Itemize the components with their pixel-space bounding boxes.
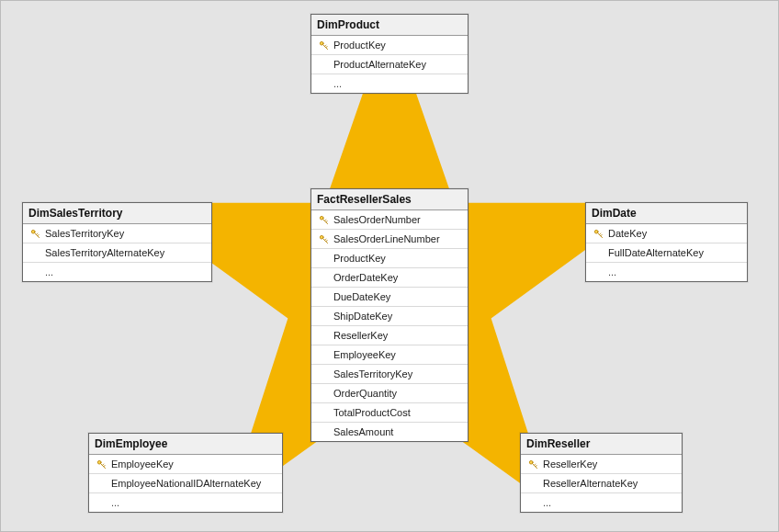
table-dimsalesterritory[interactable]: DimSalesTerritory SalesTerritoryKeySales… xyxy=(22,202,212,282)
primary-key-icon xyxy=(317,40,330,51)
column-row[interactable]: OrderQuantity xyxy=(311,384,468,403)
column-row[interactable]: ... xyxy=(586,263,747,281)
column-row[interactable]: FullDateAlternateKey xyxy=(586,243,747,263)
column-row[interactable]: DateKey xyxy=(586,224,747,243)
column-label: EmployeeKey xyxy=(111,458,174,470)
primary-key-icon xyxy=(28,229,41,239)
column-label: ... xyxy=(608,266,616,277)
column-label: ShipDateKey xyxy=(333,311,392,322)
column-row[interactable]: EmployeeKey xyxy=(311,345,468,365)
table-factresellersales[interactable]: FactResellerSales SalesOrderNumber Sales… xyxy=(310,188,469,442)
column-label: ResellerKey xyxy=(333,330,388,341)
column-label: EmployeeKey xyxy=(333,349,396,360)
primary-key-icon xyxy=(592,229,604,239)
column-label: OrderQuantity xyxy=(333,388,397,399)
column-row[interactable]: SalesTerritoryAlternateKey xyxy=(23,243,211,263)
table-header[interactable]: FactResellerSales xyxy=(311,189,468,210)
table-dimemployee[interactable]: DimEmployee EmployeeKeyEmployeeNationalI… xyxy=(88,433,283,513)
table-dimdate[interactable]: DimDate DateKeyFullDateAlternateKey... xyxy=(585,202,748,282)
column-label: ResellerAlternateKey xyxy=(543,478,638,489)
column-label: EmployeeNationalIDAlternateKey xyxy=(111,478,261,489)
column-row[interactable]: SalesAmount xyxy=(311,423,468,441)
column-row[interactable]: EmployeeNationalIDAlternateKey xyxy=(89,474,282,493)
column-row[interactable]: ResellerKey xyxy=(311,326,468,345)
primary-key-icon xyxy=(317,234,330,244)
column-label: ProductKey xyxy=(333,253,386,264)
column-label: ... xyxy=(333,78,342,89)
table-rows: EmployeeKeyEmployeeNationalIDAlternateKe… xyxy=(89,455,282,512)
table-header[interactable]: DimReseller xyxy=(521,434,682,455)
column-label: SalesOrderNumber xyxy=(333,214,421,225)
column-row[interactable]: ... xyxy=(23,263,211,281)
column-row[interactable]: ProductKey xyxy=(311,36,468,55)
column-label: ProductKey xyxy=(333,40,386,51)
table-header[interactable]: DimEmployee xyxy=(89,434,282,455)
column-label: SalesTerritoryAlternateKey xyxy=(45,247,164,258)
column-label: ProductAlternateKey xyxy=(333,59,426,70)
column-label: SalesTerritoryKey xyxy=(45,228,124,239)
table-header[interactable]: DimSalesTerritory xyxy=(23,203,211,224)
column-row[interactable]: ResellerAlternateKey xyxy=(521,474,682,493)
table-header[interactable]: DimDate xyxy=(586,203,747,224)
primary-key-icon xyxy=(526,459,539,470)
primary-key-icon xyxy=(95,459,107,470)
diagram-stage: DimProduct ProductKeyProductAlternateKey… xyxy=(0,0,779,532)
column-label: SalesOrderLineNumber xyxy=(333,233,440,244)
column-row[interactable]: ... xyxy=(311,74,468,93)
column-row[interactable]: ShipDateKey xyxy=(311,307,468,326)
column-row[interactable]: TotalProductCost xyxy=(311,403,468,423)
table-rows: SalesTerritoryKeySalesTerritoryAlternate… xyxy=(23,224,211,281)
column-row[interactable]: ProductKey xyxy=(311,249,468,268)
column-row[interactable]: SalesTerritoryKey xyxy=(311,365,468,384)
table-dimreseller[interactable]: DimReseller ResellerKeyResellerAlternate… xyxy=(520,433,683,513)
primary-key-icon xyxy=(317,215,330,225)
column-row[interactable]: ProductAlternateKey xyxy=(311,55,468,74)
table-rows: DateKeyFullDateAlternateKey... xyxy=(586,224,747,281)
column-label: ... xyxy=(543,497,551,508)
column-row[interactable]: DueDateKey xyxy=(311,288,468,307)
column-row[interactable]: ResellerKey xyxy=(521,455,682,474)
table-header[interactable]: DimProduct xyxy=(311,15,468,36)
column-row[interactable]: SalesTerritoryKey xyxy=(23,224,211,243)
column-label: SalesAmount xyxy=(333,426,393,437)
column-row[interactable]: SalesOrderNumber xyxy=(311,210,468,230)
column-row[interactable]: ... xyxy=(521,493,682,512)
column-label: DueDateKey xyxy=(333,291,390,302)
column-label: FullDateAlternateKey xyxy=(608,247,704,258)
column-label: ... xyxy=(111,497,119,508)
column-label: OrderDateKey xyxy=(333,272,398,283)
column-row[interactable]: ... xyxy=(89,493,282,512)
column-label: SalesTerritoryKey xyxy=(333,368,412,379)
column-label: TotalProductCost xyxy=(333,407,411,418)
column-row[interactable]: SalesOrderLineNumber xyxy=(311,230,468,249)
column-label: ... xyxy=(45,266,53,277)
table-rows: ResellerKeyResellerAlternateKey... xyxy=(521,455,682,512)
column-label: DateKey xyxy=(608,228,647,239)
table-rows: ProductKeyProductAlternateKey... xyxy=(311,36,468,93)
column-label: ResellerKey xyxy=(543,458,597,470)
table-rows: SalesOrderNumber SalesOrderLineNumberPro… xyxy=(311,210,468,441)
table-dimproduct[interactable]: DimProduct ProductKeyProductAlternateKey… xyxy=(310,14,469,94)
column-row[interactable]: OrderDateKey xyxy=(311,268,468,288)
column-row[interactable]: EmployeeKey xyxy=(89,455,282,474)
